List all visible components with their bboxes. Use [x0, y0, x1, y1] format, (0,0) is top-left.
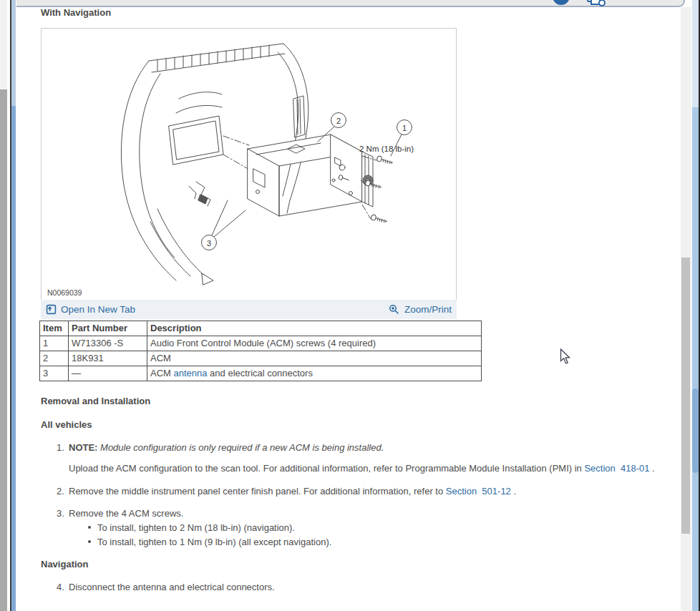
step-4: 4. Disconnect the antenna and electrical…: [41, 582, 658, 592]
bullet-icon: [88, 540, 91, 543]
table-header-row: Item Part Number Description: [40, 321, 482, 336]
all-vehicles-heading: All vehicles: [41, 419, 658, 430]
note-text: Module configuration is only required if…: [97, 442, 384, 453]
navigation-heading: Navigation: [41, 559, 658, 570]
open-in-new-tab-link[interactable]: Open In New Tab: [46, 304, 135, 315]
callout-2: 2: [336, 117, 341, 125]
cell-description: Audio Front Control Module (ACM) screws …: [147, 336, 482, 351]
col-header-part-number: Part Number: [69, 321, 147, 336]
step-text: Remove the middle instrument panel cente…: [69, 486, 446, 497]
cell-part-number: —: [69, 366, 147, 381]
step-1: 1. NOTE: Module configuration is only re…: [41, 442, 658, 453]
cell-item: 2: [40, 351, 69, 366]
step-number: 3.: [57, 508, 67, 519]
col-header-item: Item: [40, 321, 69, 336]
left-blue-scrollbar[interactable]: [11, 106, 16, 611]
service-manual-page: With Navigation: [0, 0, 700, 611]
cell-item: 1: [40, 336, 69, 351]
page-title: With Navigation: [41, 7, 111, 18]
table-row: 2 18K931 ACM: [40, 351, 482, 366]
callout-1: 1: [402, 124, 407, 132]
cell-item: 3: [40, 366, 69, 381]
bullet-text: To install, tighten to 2 Nm (18 lb-in) (…: [97, 522, 295, 533]
step-3-bullet-1: To install, tighten to 2 Nm (18 lb-in) (…: [41, 522, 658, 533]
bullet-text: To install, tighten to 1 Nm (9 lb-in) (a…: [97, 537, 331, 547]
step-2: 2. Remove the middle instrument panel ce…: [41, 486, 658, 497]
step-text: Remove the 4 ACM screws.: [69, 508, 183, 519]
step-3-bullet-2: To install, tighten to 1 Nm (9 lb-in) (a…: [41, 537, 658, 547]
step-text: Disconnect the antenna and electrical co…: [69, 582, 275, 592]
antenna-link[interactable]: antenna: [174, 368, 208, 378]
outer-scrollbar[interactable]: [692, 107, 699, 611]
description-text: ACM: [150, 368, 174, 378]
cell-description: ACM: [147, 351, 482, 366]
mouse-cursor: [560, 348, 574, 365]
cell-part-number: 18K931: [69, 351, 147, 366]
removal-installation-heading: Removal and Installation: [41, 396, 658, 406]
torque-label: 2 Nm (18 lb-in): [359, 145, 414, 153]
zoom-print-label: Zoom/Print: [404, 304, 452, 315]
step-text: .: [650, 463, 655, 474]
callout-3: 3: [207, 239, 211, 248]
description-text: and electrical connectors: [208, 368, 313, 378]
content-scrollbar-thumb[interactable]: [681, 258, 690, 534]
bullet-icon: [88, 526, 91, 529]
table-row: 3 — ACM antenna and electrical connector…: [40, 366, 482, 381]
figure-frame: 2 1 3 2 Nm (18 lb-in) N0069039: [41, 28, 457, 300]
open-in-new-tab-label: Open In New Tab: [61, 304, 135, 315]
procedure-section: Removal and Installation All vehicles 1.…: [41, 396, 658, 592]
left-panel-edge: [0, 0, 7, 89]
outer-scrollbar-track: [692, 0, 699, 107]
step-text: Upload the ACM configuration to the scan…: [69, 463, 584, 474]
step-number: 1.: [57, 442, 67, 453]
left-panel-scroll-edge[interactable]: [0, 89, 7, 611]
step-1-paragraph: Upload the ACM configuration to the scan…: [41, 461, 658, 476]
step-3: 3. Remove the 4 ACM screws.: [41, 508, 658, 519]
zoom-print-link[interactable]: Zoom/Print: [389, 304, 452, 316]
cell-part-number: W713306 -S: [69, 336, 147, 351]
section-418-01-link[interactable]: Section 418-01: [584, 463, 649, 474]
table-row: 1 W713306 -S Audio Front Control Module …: [40, 336, 482, 351]
open-in-new-tab-icon: [46, 304, 57, 315]
acm-exploded-view-diagram: 2 1 3 2 Nm (18 lb-in) N0069039: [42, 29, 456, 300]
section-501-12-link[interactable]: Section 501-12: [446, 486, 511, 497]
figure-toolbar: Open In New Tab Zoom/Print: [41, 300, 457, 319]
parts-table: Item Part Number Description 1 W713306 -…: [39, 321, 482, 381]
toolbar: [16, 0, 685, 7]
outer-scrollbar-thumb[interactable]: [692, 388, 699, 473]
cell-description: ACM antenna and electrical connectors: [147, 366, 482, 381]
step-text: .: [511, 486, 516, 497]
left-blue-scrollbar-track: [11, 0, 16, 106]
step-number: 4.: [57, 582, 67, 592]
figure-id-label: N0069039: [47, 288, 82, 297]
print-icon[interactable]: [585, 0, 607, 8]
note-label: NOTE:: [69, 442, 97, 453]
col-header-description: Description: [147, 321, 482, 336]
zoom-print-icon: [389, 304, 400, 316]
step-number: 2.: [57, 486, 67, 497]
